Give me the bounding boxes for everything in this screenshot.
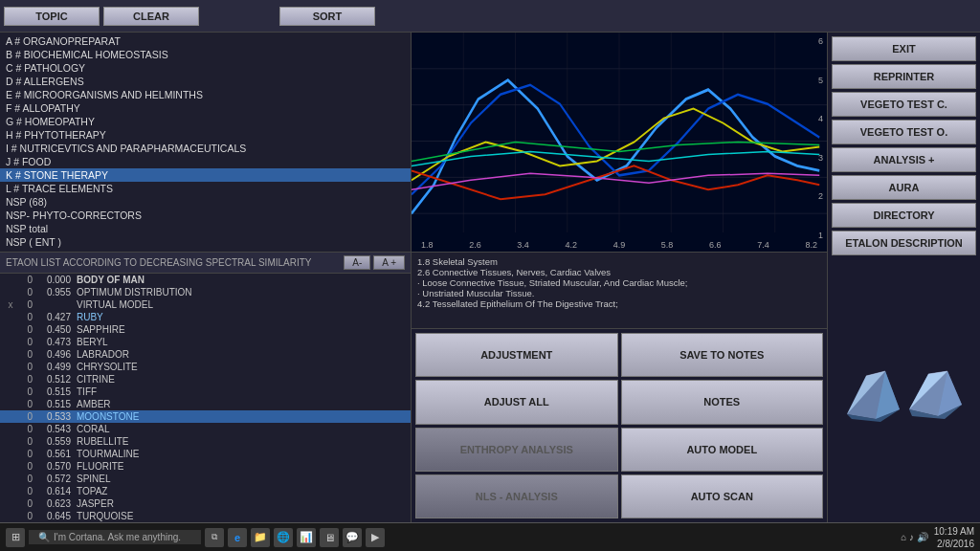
- etalon-row[interactable]: 00.000BODY OF MAN: [0, 274, 411, 286]
- etalon-name: SAPPHIRE: [77, 324, 407, 335]
- etalon-score: 0.614: [36, 486, 71, 496]
- top-bar: TOPIC CLEAR SORT: [0, 0, 980, 33]
- etalon-score: 0.561: [36, 449, 71, 459]
- etalon-row[interactable]: 00.561TOURMALINE: [0, 448, 411, 460]
- windows-icon[interactable]: ⊞: [6, 528, 25, 547]
- save-to-notes-button[interactable]: SAVE TO NOTES: [621, 333, 824, 377]
- clear-button[interactable]: CLEAR: [103, 7, 199, 26]
- etalon-name: AMBER: [77, 399, 407, 409]
- etalon-row[interactable]: 00.515AMBER: [0, 398, 411, 410]
- etalon-name: LABRADOR: [77, 349, 407, 360]
- topic-item[interactable]: NSP total: [0, 222, 411, 235]
- directory-button[interactable]: DIRECTORY: [832, 203, 976, 228]
- app-icon-2[interactable]: 🖥: [320, 528, 339, 547]
- etalon-num: 0: [17, 299, 33, 310]
- etalon-row[interactable]: 00.512CITRINE: [0, 373, 411, 386]
- vegeto-test-c-button[interactable]: VEGETO TEST C.: [832, 92, 976, 117]
- etalon-description-button[interactable]: ETALON DESCRIPTION: [832, 231, 976, 255]
- etalon-name: RUBELLITE: [77, 436, 407, 447]
- app-icon-1[interactable]: 📊: [297, 528, 316, 547]
- topic-item[interactable]: E # MICROORGANISMS AND HELMINTHS: [0, 88, 411, 101]
- etalon-row[interactable]: 00.570FLUORITE: [0, 460, 411, 473]
- etalon-row[interactable]: 00.623JASPER: [0, 497, 411, 510]
- topic-item[interactable]: NSP- PHYTO-CORRECTORS: [0, 209, 411, 222]
- stone-crystal-svg: [837, 357, 971, 424]
- etalon-num: 0: [17, 386, 33, 397]
- aura-button[interactable]: AURA: [832, 175, 976, 200]
- topic-item[interactable]: F # ALLOPATHY: [0, 101, 411, 115]
- topic-item[interactable]: I # NUTRICEVTICS AND PARAPHARMACEUTICALS: [0, 142, 411, 155]
- auto-model-button[interactable]: AUTO MODEL: [621, 428, 824, 472]
- chart-y-labels: 654321: [818, 36, 823, 240]
- etalon-row[interactable]: 00.543CORAL: [0, 423, 411, 435]
- taskbar-right: ⌂ ♪ 🔊 10:19 AM 2/8/2016: [901, 525, 974, 550]
- topic-item[interactable]: K # STONE THERAPY: [0, 168, 411, 182]
- font-plus-button[interactable]: A +: [373, 255, 405, 270]
- etalon-name: CITRINE: [77, 374, 407, 385]
- topic-item[interactable]: NSP ( ENT ): [0, 235, 411, 249]
- etalon-row[interactable]: 00.572SPINEL: [0, 473, 411, 485]
- etalon-row[interactable]: 00.515TIFF: [0, 386, 411, 398]
- etalon-row[interactable]: 00.559RUBELLITE: [0, 435, 411, 448]
- etalon-row[interactable]: 00.496LABRADOR: [0, 348, 411, 361]
- center-panel: 1.82.63.44.24.95.86.67.48.2 654321 1.8 S…: [412, 33, 827, 522]
- topic-item[interactable]: B # BIOCHEMICAL HOMEOSTASIS: [0, 48, 411, 61]
- etalon-row[interactable]: 00.499CHRYSOLITE: [0, 361, 411, 373]
- topic-item[interactable]: NSP (68): [0, 195, 411, 209]
- font-minus-button[interactable]: A-: [344, 255, 370, 270]
- topic-item[interactable]: C # PATHOLOGY: [0, 61, 411, 75]
- etalon-num: 0: [17, 498, 33, 509]
- etalon-row[interactable]: 00.614TOPAZ: [0, 485, 411, 497]
- cortana-search[interactable]: 🔍 I'm Cortana. Ask me anything.: [29, 530, 201, 544]
- etalon-row[interactable]: x0VIRTUAL MODEL: [0, 298, 411, 311]
- etalon-row[interactable]: 00.533MOONSTONE: [0, 410, 411, 423]
- sort-button[interactable]: SORT: [279, 7, 375, 26]
- etalon-row[interactable]: 00.427RUBY: [0, 311, 411, 323]
- vegeto-test-o-button[interactable]: VEGETO TEST O.: [832, 120, 976, 144]
- nls-analysis-button[interactable]: NLS - ANALYSIS: [415, 474, 618, 518]
- etalon-name: BERYL: [77, 337, 407, 347]
- etalon-num: 0: [17, 362, 33, 372]
- analysis-plus-button[interactable]: ANALYSIS +: [832, 147, 976, 172]
- adjustment-button[interactable]: ADJUSTMENT: [415, 333, 618, 377]
- reprinter-button[interactable]: REPRINTER: [832, 64, 976, 89]
- etalon-row[interactable]: 00.955OPTIMUM DISTRIBUTION: [0, 286, 411, 298]
- etalon-num: 0: [17, 312, 33, 322]
- auto-scan-button[interactable]: AUTO SCAN: [621, 474, 824, 518]
- etalon-row[interactable]: 00.645TURQUOISE: [0, 510, 411, 522]
- topic-button[interactable]: TOPIC: [4, 7, 100, 26]
- topic-item[interactable]: A # ORGANOPREPARAT: [0, 34, 411, 48]
- exit-button[interactable]: EXIT: [832, 36, 976, 61]
- etalon-score: 0.427: [36, 312, 71, 322]
- etalon-num: 0: [17, 486, 33, 496]
- edge-icon[interactable]: e: [228, 528, 247, 547]
- etalon-score: 0.512: [36, 374, 71, 385]
- etalon-row[interactable]: 00.473BERYL: [0, 336, 411, 348]
- task-view-icon[interactable]: ⧉: [205, 528, 224, 547]
- topic-item[interactable]: D # ALLERGENS: [0, 75, 411, 88]
- folder-icon[interactable]: 📁: [251, 528, 270, 547]
- topic-item[interactable]: J # FOOD: [0, 155, 411, 168]
- etalon-row[interactable]: 00.450SAPPHIRE: [0, 323, 411, 336]
- app-icon-3[interactable]: 💬: [343, 528, 362, 547]
- app-icon-4[interactable]: ▶: [366, 528, 385, 547]
- etalon-list[interactable]: 00.000BODY OF MAN00.955OPTIMUM DISTRIBUT…: [0, 274, 411, 522]
- taskbar-date-value: 2/8/2016: [934, 538, 974, 550]
- ie-icon[interactable]: 🌐: [274, 528, 293, 547]
- stone-image: [832, 262, 976, 518]
- topic-item[interactable]: L # TRACE ELEMENTS: [0, 182, 411, 195]
- notes-button[interactable]: NOTES: [621, 380, 824, 424]
- etalon-score: 0.645: [36, 511, 71, 521]
- topic-list[interactable]: A # ORGANOPREPARATB # BIOCHEMICAL HOMEOS…: [0, 33, 411, 253]
- adjust-all-button[interactable]: ADJUST ALL: [415, 380, 618, 424]
- chart-x-label: 5.8: [661, 240, 674, 250]
- chart-y-label: 1: [818, 231, 823, 240]
- topic-item[interactable]: G # HOMEOPATHY: [0, 115, 411, 128]
- etalon-num: 0: [17, 374, 33, 385]
- etalon-num: 0: [17, 349, 33, 360]
- cortana-label: I'm Cortana. Ask me anything.: [54, 532, 181, 542]
- topic-item[interactable]: H # PHYTOTHERAPY: [0, 128, 411, 142]
- etalon-name: FLUORITE: [77, 461, 407, 472]
- enthropy-analysis-button[interactable]: ENTHROPY ANALYSIS: [415, 428, 618, 472]
- chart-area: 1.82.63.44.24.95.86.67.48.2 654321: [412, 33, 827, 253]
